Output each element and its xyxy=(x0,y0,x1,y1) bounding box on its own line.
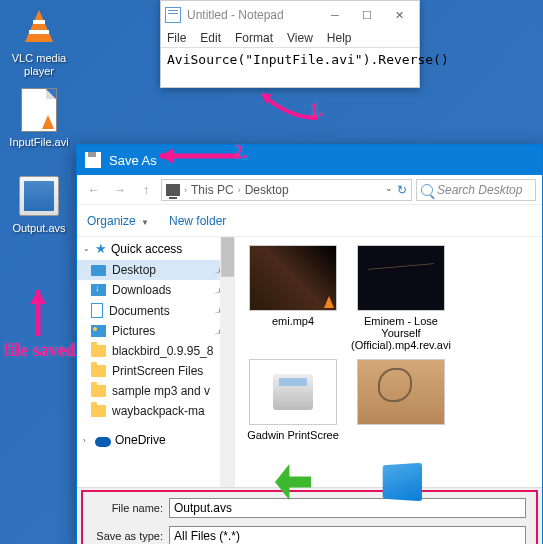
nav-back-button[interactable]: ← xyxy=(83,179,105,201)
menu-view[interactable]: View xyxy=(287,31,313,45)
file-item[interactable]: Eminem - Lose Yourself (Official).mp4.re… xyxy=(351,245,451,351)
annotation-arrow-1 xyxy=(248,88,328,122)
onedrive-icon xyxy=(95,437,111,447)
video-thumbnail xyxy=(357,245,445,311)
file-item[interactable] xyxy=(351,449,451,519)
organize-button[interactable]: Organize ▼ xyxy=(87,214,149,228)
chevron-right-icon: › xyxy=(184,185,187,195)
nav-up-button[interactable]: ↑ xyxy=(135,179,157,201)
chevron-down-icon: ▼ xyxy=(141,218,149,227)
tree-folder[interactable]: blackbird_0.9.95_8 xyxy=(77,341,234,361)
file-pane[interactable]: emi.mp4 Eminem - Lose Yourself (Official… xyxy=(235,237,542,487)
saveas-dialog: Save As ← → ↑ › This PC › Desktop ⌄ ↻ Se… xyxy=(76,144,543,544)
file-label: Gadwin PrintScree xyxy=(247,429,339,441)
downloads-icon xyxy=(91,284,106,296)
caret-right-icon: › xyxy=(83,436,91,445)
dropdown-chevron-icon[interactable]: ⌄ xyxy=(385,183,393,197)
menu-help[interactable]: Help xyxy=(327,31,352,45)
search-input[interactable]: Search Desktop xyxy=(416,179,536,201)
avs-file-icon xyxy=(19,176,59,216)
filetype-label: Save as type: xyxy=(93,530,163,542)
svg-marker-2 xyxy=(30,290,46,304)
folder-icon xyxy=(91,405,106,417)
nav-forward-button[interactable]: → xyxy=(109,179,131,201)
pc-icon xyxy=(166,184,180,196)
app-thumbnail xyxy=(357,449,445,515)
desktop-icon-label: InputFile.avi xyxy=(4,136,74,149)
notepad-icon xyxy=(165,7,181,23)
app-thumbnail xyxy=(249,359,337,425)
notepad-textarea[interactable]: AviSource("InputFile.avi").Reverse() xyxy=(161,47,419,87)
save-icon xyxy=(85,152,101,168)
file-item[interactable]: emi.mp4 xyxy=(243,245,343,327)
search-icon xyxy=(421,184,433,196)
chevron-right-icon: › xyxy=(238,185,241,195)
nav-row: ← → ↑ › This PC › Desktop ⌄ ↻ Search Des… xyxy=(77,175,542,205)
maximize-button[interactable]: ☐ xyxy=(351,3,383,27)
filename-label: File name: xyxy=(93,502,163,514)
folder-icon xyxy=(91,345,106,357)
video-thumbnail xyxy=(249,245,337,311)
menu-edit[interactable]: Edit xyxy=(200,31,221,45)
notepad-menubar: File Edit Format View Help xyxy=(161,29,419,47)
close-button[interactable]: ✕ xyxy=(383,3,415,27)
file-item[interactable] xyxy=(351,359,451,429)
tree-folder[interactable]: PrintScreen Files xyxy=(77,361,234,381)
tree-quickaccess[interactable]: ⌄ ★ Quick access xyxy=(77,237,234,260)
toolbar: Organize ▼ New folder xyxy=(77,205,542,237)
file-label: Eminem - Lose Yourself (Official).mp4.re… xyxy=(351,315,451,351)
svg-marker-1 xyxy=(160,148,174,164)
notepad-titlebar[interactable]: Untitled - Notepad ─ ☐ ✕ xyxy=(161,1,419,29)
annotation-arrow-3 xyxy=(24,280,54,344)
tree-folder[interactable]: sample mp3 and v xyxy=(77,381,234,401)
file-item[interactable]: Gadwin PrintScree xyxy=(243,359,343,441)
menu-file[interactable]: File xyxy=(167,31,186,45)
annotation-arrow-2 xyxy=(146,142,246,166)
folder-icon xyxy=(91,365,106,377)
desktop-icon-label: VLC media player xyxy=(4,52,74,78)
shortcut-thumbnail xyxy=(249,449,337,515)
file-item[interactable] xyxy=(243,449,343,519)
tree-downloads[interactable]: Downloads📌 xyxy=(77,280,234,300)
breadcrumb[interactable]: › This PC › Desktop ⌄ ↻ xyxy=(161,179,412,201)
star-icon: ★ xyxy=(95,241,107,256)
avi-file-icon xyxy=(21,88,57,132)
tree-desktop[interactable]: Desktop📌 xyxy=(77,260,234,280)
notepad-title-text: Untitled - Notepad xyxy=(187,8,284,22)
scrollbar-thumb[interactable] xyxy=(221,237,235,277)
desktop-icon-vlc[interactable]: VLC media player xyxy=(4,4,74,78)
refresh-icon[interactable]: ↻ xyxy=(397,183,407,197)
minimize-button[interactable]: ─ xyxy=(319,3,351,27)
desktop-icon-inputfile[interactable]: InputFile.avi xyxy=(4,88,74,149)
documents-icon xyxy=(91,303,103,318)
folder-icon xyxy=(91,385,106,397)
tree-pictures[interactable]: Pictures📌 xyxy=(77,321,234,341)
notepad-window: Untitled - Notepad ─ ☐ ✕ File Edit Forma… xyxy=(160,0,420,88)
caret-down-icon: ⌄ xyxy=(83,244,91,253)
tree-folder[interactable]: waybackpack-ma xyxy=(77,401,234,421)
pictures-icon xyxy=(91,325,106,337)
desktop-icon-label: Output.avs xyxy=(4,222,74,235)
desktop-icon xyxy=(91,265,106,276)
file-label: emi.mp4 xyxy=(272,315,314,327)
nav-tree: ⌄ ★ Quick access Desktop📌 Downloads📌 Doc… xyxy=(77,237,235,487)
menu-format[interactable]: Format xyxy=(235,31,273,45)
filetype-select[interactable]: All Files (*.*) xyxy=(169,526,526,544)
scrollbar[interactable] xyxy=(220,237,234,487)
tree-documents[interactable]: Documents📌 xyxy=(77,300,234,321)
video-thumbnail xyxy=(357,359,445,425)
crumb-desktop[interactable]: Desktop xyxy=(245,183,289,197)
vlc-icon xyxy=(25,10,53,42)
filename-input[interactable]: Output.avs xyxy=(169,498,526,518)
desktop-icon-output[interactable]: Output.avs xyxy=(4,174,74,235)
crumb-thispc[interactable]: This PC xyxy=(191,183,234,197)
tree-onedrive[interactable]: › OneDrive xyxy=(77,429,234,451)
new-folder-button[interactable]: New folder xyxy=(169,214,226,228)
